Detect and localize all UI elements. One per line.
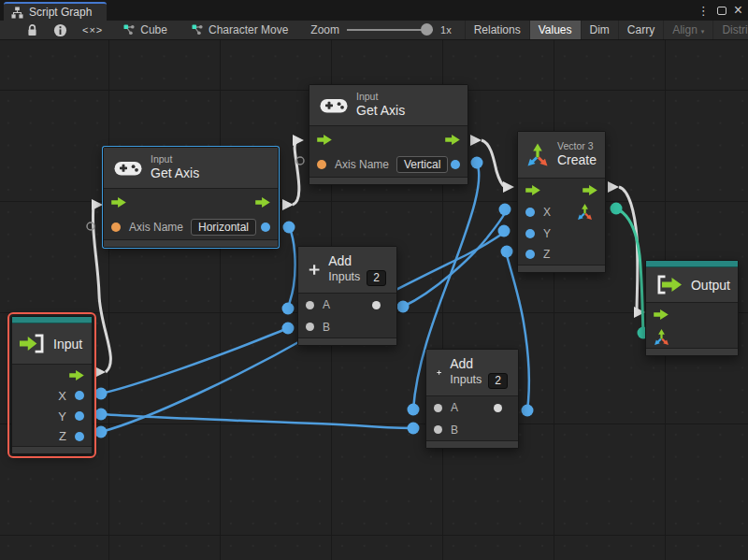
inputs-count-field[interactable]: 2 xyxy=(367,270,386,286)
wire-value-horizontal-to-add1-a[interactable] xyxy=(288,227,295,309)
node-footer xyxy=(104,239,278,247)
node-header: Add Inputs 2 xyxy=(426,350,518,396)
z-input-port[interactable] xyxy=(525,250,535,259)
input-port-b[interactable] xyxy=(434,425,442,434)
zoom-label: Zoom xyxy=(310,23,339,36)
zoom-slider[interactable] xyxy=(347,23,433,36)
port-label: Z xyxy=(543,248,550,261)
node-add-2[interactable]: Add Inputs 2 A B xyxy=(425,349,519,449)
distribute-dropdown[interactable]: Distribute ▾ xyxy=(712,21,748,39)
wire-control-vector3-create-to-output[interactable] xyxy=(619,187,638,312)
lock-icon xyxy=(26,23,38,37)
node-footer xyxy=(518,265,605,272)
node-get-axis-vertical[interactable]: Input Get Axis Axis Name Vertical xyxy=(309,84,468,185)
relations-button[interactable]: Relations xyxy=(465,21,529,39)
plus-icon xyxy=(309,258,320,281)
graph-canvas[interactable]: Input Get Axis Axis Name Vertical In xyxy=(0,40,748,560)
graph-icon xyxy=(123,24,136,36)
node-title: Add xyxy=(450,356,508,373)
wire-value-input-x-to-add1-b[interactable] xyxy=(101,328,288,394)
sum-output-port[interactable] xyxy=(372,301,381,309)
y-output-port[interactable] xyxy=(75,411,84,421)
axis-name-input-port[interactable] xyxy=(111,223,121,232)
param-label: Axis Name xyxy=(129,221,183,234)
input-port-b[interactable] xyxy=(306,323,314,331)
control-output-port[interactable] xyxy=(69,370,84,381)
plus-icon xyxy=(437,361,441,384)
window-controls: ⋮ × xyxy=(698,0,748,21)
node-footer xyxy=(309,177,468,184)
control-output-port[interactable] xyxy=(255,197,270,208)
code-view-button[interactable]: <×> xyxy=(75,21,110,39)
control-input-port[interactable] xyxy=(525,185,540,195)
info-button[interactable] xyxy=(46,21,75,39)
node-kicker: Input xyxy=(356,91,405,103)
gamepad-icon xyxy=(114,159,142,178)
x-input-port[interactable] xyxy=(525,208,535,217)
caret-down-icon: ▾ xyxy=(701,28,705,35)
values-button[interactable]: Values xyxy=(529,21,581,39)
node-vector3-create[interactable]: Vector 3 Create X Y Z xyxy=(517,131,606,273)
port-label: X xyxy=(58,389,66,403)
graph-icon xyxy=(192,24,204,36)
node-footer xyxy=(646,348,738,355)
unity-visual-scripting-window: Script Graph ⋮ × <×> xyxy=(0,0,748,560)
vector3-input-port[interactable] xyxy=(654,329,669,345)
input-port-a[interactable] xyxy=(306,301,314,309)
align-dropdown[interactable]: Align ▾ xyxy=(663,21,712,39)
node-footer xyxy=(12,446,92,453)
control-output-port[interactable] xyxy=(583,185,597,195)
window-close-icon[interactable]: × xyxy=(734,3,742,18)
control-input-port[interactable] xyxy=(654,309,669,320)
node-title: Get Axis xyxy=(151,165,199,182)
node-footer xyxy=(426,440,518,448)
carry-button[interactable]: Carry xyxy=(618,21,663,39)
node-header: Input Get Axis xyxy=(309,85,468,126)
control-input-port[interactable] xyxy=(111,197,126,208)
node-output-unit[interactable]: Output xyxy=(645,260,739,356)
zoom-value: 1x xyxy=(440,24,452,36)
node-get-axis-horizontal[interactable]: Input Get Axis Axis Name Horizontal xyxy=(103,147,279,248)
zoom-control: Zoom 1x xyxy=(301,21,460,39)
sum-output-port[interactable] xyxy=(494,404,502,412)
port-label: Y xyxy=(58,409,66,424)
vector3-icon xyxy=(526,143,549,166)
node-header: Input xyxy=(12,323,92,365)
lock-button[interactable] xyxy=(19,21,46,39)
value-output-port[interactable] xyxy=(451,160,460,169)
axis-name-field[interactable]: Horizontal xyxy=(191,219,256,236)
port-label: Y xyxy=(543,227,551,240)
node-title: Get Axis xyxy=(356,103,405,120)
node-title: Output xyxy=(691,278,730,293)
control-input-port[interactable] xyxy=(317,135,332,145)
dim-button[interactable]: Dim xyxy=(581,21,618,39)
graph-breadcrumb-cube[interactable]: Cube xyxy=(116,21,175,39)
y-input-port[interactable] xyxy=(525,229,535,238)
axis-name-field[interactable]: Vertical xyxy=(396,156,448,173)
code-icon: <×> xyxy=(82,24,103,36)
wire-control-get-axis-horizontal-to-get-axis-vertical[interactable] xyxy=(293,141,299,205)
input-port-a[interactable] xyxy=(434,404,442,412)
inputs-label: Inputs xyxy=(328,270,360,285)
window-menu-icon[interactable]: ⋮ xyxy=(698,5,710,17)
node-header: Input Get Axis xyxy=(104,148,278,189)
z-output-port[interactable] xyxy=(75,432,84,441)
control-output-port[interactable] xyxy=(445,135,460,145)
node-input-unit[interactable]: Input X Y Z xyxy=(11,316,93,454)
graph-io-strip xyxy=(12,317,92,323)
info-icon xyxy=(53,23,67,37)
window-maximize-icon[interactable] xyxy=(717,7,726,15)
zoom-slider-handle[interactable] xyxy=(421,23,433,36)
tab-script-graph[interactable]: Script Graph xyxy=(4,2,107,21)
wire-control-get-axis-vertical-to-vector3-create[interactable] xyxy=(482,140,505,187)
node-add-1[interactable]: Add Inputs 2 A B xyxy=(297,246,397,346)
inputs-label: Inputs xyxy=(450,373,482,388)
graph-breadcrumb-label: Character Move xyxy=(209,23,288,36)
port-label: Z xyxy=(59,429,66,443)
vector3-output-port[interactable] xyxy=(577,204,593,220)
x-output-port[interactable] xyxy=(75,391,84,400)
value-output-port[interactable] xyxy=(261,223,270,232)
graph-breadcrumb-character-move[interactable]: Character Move xyxy=(184,21,295,39)
inputs-count-field[interactable]: 2 xyxy=(488,373,508,389)
axis-name-input-port[interactable] xyxy=(317,160,326,169)
